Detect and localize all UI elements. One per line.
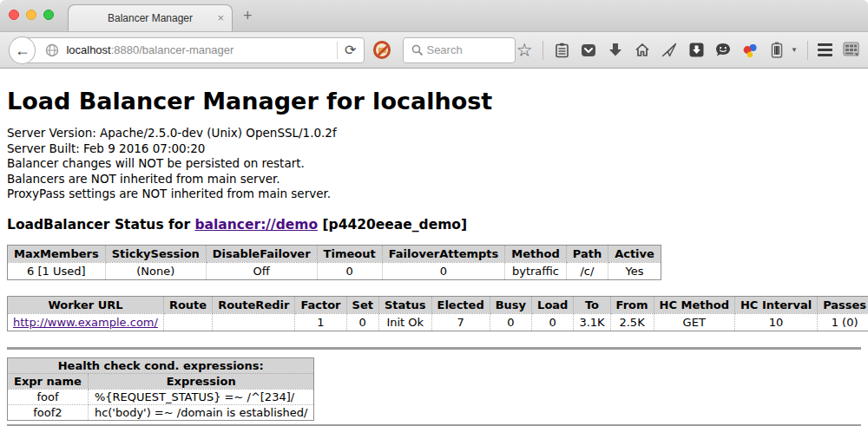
pocket-icon[interactable] xyxy=(580,42,597,59)
balancer-settings-table: MaxMembers StickySession DisableFailover… xyxy=(7,245,661,280)
elected-value: 7 xyxy=(431,313,490,331)
from-value: 2.5K xyxy=(610,313,654,331)
inherit-notice-line: Balancers are NOT inherited from main se… xyxy=(7,172,861,187)
col-elected: Elected xyxy=(431,296,490,313)
col-disablefailover: DisableFailover xyxy=(206,245,317,262)
toolbar-separator xyxy=(807,41,808,60)
col-stickysession: StickySession xyxy=(105,245,206,262)
loadbalancer-status-heading: LoadBalancer Status for balancer://demo … xyxy=(7,217,861,233)
worker-url-link[interactable]: http://www.example.com/ xyxy=(13,316,158,329)
menu-icon[interactable] xyxy=(818,43,832,56)
url-path: :8880/balancer-manager xyxy=(111,43,234,56)
hc-method-value: GET xyxy=(654,313,734,331)
url-domain: localhost xyxy=(66,43,110,56)
downloader-extension-icon[interactable] xyxy=(687,42,705,59)
route-value xyxy=(163,313,212,331)
col-method: Method xyxy=(505,245,566,262)
to-value: 3.1K xyxy=(574,313,610,331)
stickysession-value: (None) xyxy=(105,262,206,279)
col-status: Status xyxy=(378,296,431,313)
balancer-demo-link[interactable]: balancer://demo xyxy=(194,217,318,233)
close-window-button[interactable] xyxy=(9,10,19,20)
downloads-icon[interactable] xyxy=(607,42,624,59)
col-to: To xyxy=(574,296,610,313)
disablefailover-value: Off xyxy=(206,262,317,279)
maxmembers-value: 6 [1 Used] xyxy=(8,262,106,279)
persist-notice-line: Balancer changes will NOT be persisted o… xyxy=(7,156,861,172)
url-bar[interactable]: localhost:8880/balancer-manager ⟳ xyxy=(22,37,364,63)
status-value: Init Ok xyxy=(378,313,431,331)
col-route: Route xyxy=(163,296,212,313)
page-title: Load Balancer Manager for localhost xyxy=(7,88,861,115)
table-row: 6 [1 Used] (None) Off 0 0 bytraffic /c/ … xyxy=(8,262,661,279)
tab-title: Balancer Manager xyxy=(108,12,193,24)
col-passes: Passes xyxy=(818,296,868,313)
col-factor: Factor xyxy=(295,296,346,313)
health-caption: Health check cond. expressions: xyxy=(8,357,314,373)
table-header-row: MaxMembers StickySession DisableFailover… xyxy=(8,245,661,262)
page-content: Load Balancer Manager for localhost Serv… xyxy=(0,69,868,426)
toolbar-icons: ☆ xyxy=(516,41,859,60)
col-routeredir: RouteRedir xyxy=(213,296,295,313)
expr-name-value: foof xyxy=(8,389,89,404)
col-hc-interval: HC Interval xyxy=(734,296,817,313)
col-timeout: Timeout xyxy=(317,245,382,262)
active-value: Yes xyxy=(608,262,661,279)
method-value: bytraffic xyxy=(505,262,566,279)
col-busy: Busy xyxy=(490,296,531,313)
section-divider xyxy=(7,347,861,350)
url-text[interactable]: localhost:8880/balancer-manager xyxy=(66,43,336,56)
table-header-row: Worker URL Route RouteRedir Factor Set S… xyxy=(8,296,868,313)
col-hc-method: HC Method xyxy=(654,296,734,313)
minimize-window-button[interactable] xyxy=(26,10,36,20)
new-tab-button[interactable]: + xyxy=(243,7,253,25)
dropdown-caret-icon[interactable]: ▼ xyxy=(791,46,798,54)
battery-icon[interactable] xyxy=(768,42,786,59)
server-info: Server Version: Apache/2.5.0-dev (Unix) … xyxy=(7,126,861,202)
col-maxmembers: MaxMembers xyxy=(8,245,106,262)
color-dots-icon[interactable] xyxy=(741,42,759,59)
browser-window: Balancer Manager × + ← localhost:8880/ba… xyxy=(0,0,868,426)
col-load: Load xyxy=(532,296,574,313)
col-set: Set xyxy=(346,296,378,313)
passes-value: 1 (0) xyxy=(818,313,868,331)
health-row: foof2 hc('body') =~ /domain is establish… xyxy=(8,404,314,420)
site-identity-globe-icon[interactable] xyxy=(43,42,61,59)
server-version-line: Server Version: Apache/2.5.0-dev (Unix) … xyxy=(7,126,861,141)
titlebar: Balancer Manager × + xyxy=(0,0,868,31)
tab-close-icon[interactable]: × xyxy=(217,11,224,24)
expression-value: hc('body') =~ /domain is established/ xyxy=(88,404,314,420)
back-button[interactable]: ← xyxy=(9,36,36,64)
tab-groups-icon[interactable] xyxy=(842,42,859,59)
tab-balancer-manager[interactable]: Balancer Manager × xyxy=(68,4,233,31)
reading-list-icon[interactable] xyxy=(553,42,570,59)
feedback-smiley-icon[interactable] xyxy=(714,42,732,59)
table-header-row: Expr name Expression xyxy=(8,373,314,389)
col-expression: Expression xyxy=(88,373,314,389)
server-built-line: Server Built: Feb 9 2016 07:00:20 xyxy=(7,141,861,157)
bookmark-star-icon[interactable]: ☆ xyxy=(516,42,533,59)
col-expr-name: Expr name xyxy=(8,373,89,389)
load-value: 0 xyxy=(532,313,574,331)
health-caption-row: Health check cond. expressions: xyxy=(8,357,314,373)
proxypass-notice-line: ProxyPass settings are NOT inherited fro… xyxy=(7,187,861,202)
zoom-window-button[interactable] xyxy=(43,10,54,20)
failoverattempts-value: 0 xyxy=(382,262,505,279)
col-worker-url: Worker URL xyxy=(8,296,164,313)
image-block-icon[interactable] xyxy=(373,41,391,59)
routeredir-value xyxy=(213,313,295,331)
worker-row: http://www.example.com/ 1 0 Init Ok 7 0 … xyxy=(8,313,868,331)
timeout-value: 0 xyxy=(317,262,382,279)
col-active: Active xyxy=(608,245,661,262)
path-value: /c/ xyxy=(566,262,608,279)
col-failoverattempts: FailoverAttempts xyxy=(382,245,505,262)
send-plane-icon[interactable] xyxy=(661,42,678,59)
navigation-toolbar: ← localhost:8880/balancer-manager ⟳ ☆ xyxy=(0,31,868,69)
search-input[interactable] xyxy=(426,43,504,56)
col-from: From xyxy=(610,296,654,313)
factor-value: 1 xyxy=(295,313,346,331)
workers-table: Worker URL Route RouteRedir Factor Set S… xyxy=(7,296,868,331)
home-icon[interactable] xyxy=(634,42,651,59)
search-box[interactable] xyxy=(403,37,516,63)
reload-icon[interactable]: ⟳ xyxy=(338,42,364,58)
